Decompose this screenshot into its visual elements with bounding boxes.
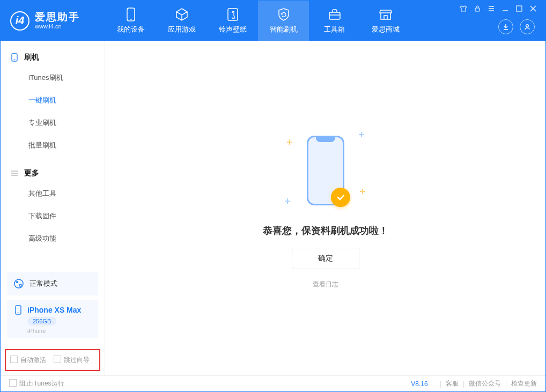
sidebar-heading-more: 更多 (1, 164, 105, 182)
version-label: V8.16 (411, 380, 427, 388)
footer: 阻止iTunes运行 V8.16 | 客服 | 微信公众号 | 检查更新 (1, 375, 545, 391)
music-icon (226, 8, 240, 21)
tab-label: 智能刷机 (270, 25, 298, 34)
svg-rect-3 (329, 12, 340, 19)
svg-rect-13 (17, 313, 19, 313)
phone-icon (10, 53, 19, 62)
logo[interactable]: i4 爱思助手 www.i4.cn (1, 11, 105, 31)
svg-rect-5 (517, 6, 522, 11)
heading-label: 更多 (24, 168, 39, 178)
device-name: iPhone XS Max (27, 306, 81, 314)
menu-icon[interactable] (488, 5, 495, 12)
tab-label: 工具箱 (324, 25, 345, 34)
close-icon[interactable] (529, 5, 537, 12)
sidebar-item-other-tools[interactable]: 其他工具 (1, 182, 105, 205)
sidebar-item-advanced[interactable]: 高级功能 (1, 227, 105, 250)
app-url: www.i4.cn (35, 23, 80, 30)
heading-label: 刷机 (24, 53, 39, 62)
tab-label: 铃声壁纸 (219, 25, 247, 34)
success-illustration (272, 128, 379, 213)
tab-ringtones[interactable]: 铃声壁纸 (207, 1, 258, 41)
footer-link-support[interactable]: 客服 (446, 379, 459, 388)
svg-rect-4 (475, 8, 479, 11)
store-icon (379, 8, 393, 21)
user-button[interactable] (520, 19, 535, 34)
footer-link-update[interactable]: 检查更新 (511, 379, 537, 388)
refresh-shield-icon (277, 8, 291, 21)
footer-link-wechat[interactable]: 微信公众号 (469, 379, 501, 388)
list-icon (10, 169, 19, 177)
sidebar-item-batch-flash[interactable]: 批量刷机 (1, 134, 105, 157)
mode-card[interactable]: 正常模式 (7, 272, 98, 295)
header: i4 爱思助手 www.i4.cn 我的设备 应用游戏 铃声壁纸 (1, 1, 545, 41)
view-log-link[interactable]: 查看日志 (313, 280, 338, 289)
phone-icon (124, 8, 138, 21)
cube-icon (175, 8, 189, 21)
tab-label: 爱思商城 (372, 25, 400, 34)
main-content: 恭喜您，保资料刷机成功啦！ 确定 查看日志 (105, 41, 545, 375)
mode-label: 正常模式 (29, 279, 57, 289)
svg-point-9 (14, 279, 23, 288)
sidebar-item-oneclick-flash[interactable]: 一键刷机 (1, 89, 105, 112)
tab-toolbox[interactable]: 工具箱 (309, 1, 360, 41)
svg-rect-1 (130, 19, 132, 20)
sidebar-item-itunes-flash[interactable]: iTunes刷机 (1, 66, 105, 89)
tab-my-device[interactable]: 我的设备 (105, 1, 156, 41)
device-card[interactable]: iPhone XS Max 256GB iPhone (7, 300, 98, 338)
svg-point-11 (19, 284, 21, 286)
checkbox-skip-guide[interactable]: 跳过向导 (54, 356, 90, 365)
sidebar: 刷机 iTunes刷机 一键刷机 专业刷机 批量刷机 更多 其他工具 下载固件 … (1, 41, 105, 375)
nav-tabs: 我的设备 应用游戏 铃声壁纸 智能刷机 工具箱 (105, 1, 411, 41)
sidebar-heading-flash: 刷机 (1, 48, 105, 66)
lock-icon[interactable] (474, 5, 481, 12)
device-type: iPhone (27, 328, 46, 334)
svg-point-6 (526, 25, 529, 27)
checkbox-auto-activate[interactable]: 自动激活 (10, 356, 46, 365)
success-message: 恭喜您，保资料刷机成功啦！ (263, 224, 388, 237)
device-storage: 256GB (27, 317, 56, 326)
window-controls (460, 1, 540, 12)
tab-label: 我的设备 (117, 25, 145, 34)
svg-point-10 (16, 281, 18, 283)
tab-label: 应用游戏 (168, 25, 196, 34)
app-title: 爱思助手 (35, 11, 80, 24)
shirt-icon[interactable] (460, 5, 467, 12)
download-button[interactable] (498, 19, 513, 34)
sidebar-item-pro-flash[interactable]: 专业刷机 (1, 112, 105, 134)
tab-flash[interactable]: 智能刷机 (258, 1, 309, 41)
mode-icon (13, 278, 24, 289)
tab-store[interactable]: 爱思商城 (360, 1, 411, 41)
checkbox-block-itunes[interactable]: 阻止iTunes运行 (9, 379, 64, 388)
maximize-icon[interactable] (515, 5, 523, 12)
options-row: 自动激活 跳过向导 (5, 349, 100, 371)
svg-rect-8 (14, 60, 16, 60)
minimize-icon[interactable] (501, 5, 509, 12)
toolbox-icon (328, 8, 342, 21)
device-icon (13, 305, 23, 315)
logo-icon: i4 (10, 11, 29, 31)
sidebar-item-download-firmware[interactable]: 下载固件 (1, 205, 105, 227)
check-icon (331, 188, 350, 207)
tab-apps[interactable]: 应用游戏 (156, 1, 207, 41)
ok-button[interactable]: 确定 (292, 248, 359, 269)
